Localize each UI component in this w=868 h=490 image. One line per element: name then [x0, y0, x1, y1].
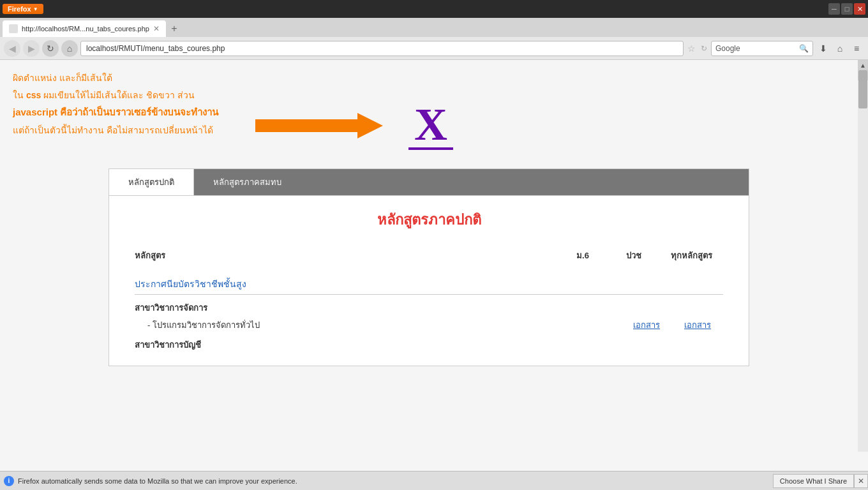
tab-normal-curriculum[interactable]: หลักสูตรปกติ	[109, 169, 194, 195]
sub-section-name-2: สาขาวิชาการบัญชี	[135, 338, 723, 352]
section-divider	[135, 294, 723, 295]
col-header-pvch: ปวช	[608, 249, 659, 262]
visual-block: X	[255, 70, 453, 168]
nav-bar: ◀ ▶ ↻ ⌂ localhost/RMUTI/menu_tabs_coures…	[0, 37, 868, 60]
x-symbol: X	[408, 101, 453, 147]
sub-item-row-1: - โปรแกรมวิชาการจัดการทั่วไป เอกสาร เอกส…	[135, 316, 723, 334]
home-button[interactable]: ⌂	[61, 40, 78, 57]
top-section: ผิดตำแหน่ง และก็มีเส้นใต้ ใน css ผมเขียน…	[0, 60, 858, 168]
address-url: localhost/RMUTI/menu_tabs_coures.php	[86, 44, 225, 53]
status-bar: i Firefox automatically sends some data …	[0, 471, 868, 490]
tab-favicon	[9, 24, 18, 33]
svg-marker-0	[255, 113, 383, 138]
orange-line-4: แต่ถ้าเป็นตัวนี้ไม่ทำงาน คือไม่สามารถเปล…	[13, 122, 255, 139]
page-content: ผิดตำแหน่ง และก็มีเส้นใต้ ใน css ผมเขียน…	[0, 60, 858, 452]
search-icon: 🔍	[799, 44, 809, 53]
reload-button[interactable]: ↻	[42, 40, 59, 57]
orange-line-3: javascript คือว่าถ้าเป็นบราวเซอร์ข้างบนจ…	[13, 103, 255, 122]
toolbar-more-button[interactable]: ≡	[849, 41, 864, 56]
reload-address-button[interactable]: ↻	[701, 44, 707, 53]
sub-section-accounting: สาขาวิชาการบัญชี	[135, 338, 723, 352]
toolbar-download-button[interactable]: ⬇	[816, 41, 831, 56]
firefox-dropdown-arrow: ▼	[33, 6, 38, 12]
minimize-button[interactable]: ─	[828, 3, 840, 15]
panel-title: หลักสูตรภาคปกติ	[135, 209, 723, 231]
sub-section-name-1: สาขาวิชาการจัดการ	[135, 301, 723, 315]
right-scrollbar[interactable]: ▲ ▼	[858, 60, 868, 452]
tab-filler	[301, 169, 749, 195]
col-header-m6: ม.6	[557, 249, 608, 262]
content-panel: หลักสูตรภาคปกติ หลักสูตร ม.6 ปวช ทุกหลัก…	[108, 196, 749, 366]
bookmark-star-button[interactable]: ☆	[687, 43, 696, 54]
arrow-svg	[255, 110, 383, 142]
tab-special-curriculum[interactable]: หลักสูตรภาคสมทบ	[194, 169, 301, 195]
page-inner: ผิดตำแหน่ง และก็มีเส้นใต้ ใน css ผมเขียน…	[0, 60, 858, 366]
toolbar-home-button[interactable]: ⌂	[832, 41, 848, 56]
maximize-button[interactable]: □	[841, 3, 853, 15]
close-button[interactable]: ✕	[854, 3, 865, 15]
bottom-bars: i Firefox automatically sends some data …	[0, 471, 868, 490]
browser-tab[interactable]: http://localhost/RM...nu_tabs_coures.php…	[3, 20, 166, 37]
full-page: Firefox ▼ ─ □ ✕ http://localhost/RM...nu…	[0, 0, 868, 490]
title-bar: Firefox ▼ ─ □ ✕	[0, 0, 868, 18]
toolbar-buttons: ⬇ ⌂ ≡	[816, 41, 864, 56]
tab-bar: http://localhost/RM...nu_tabs_coures.php…	[0, 18, 868, 37]
title-bar-controls: ─ □ ✕	[828, 3, 865, 15]
title-bar-left: Firefox ▼	[3, 4, 43, 14]
sub-section-management: สาขาวิชาการจัดการ - โปรแกรมวิชาการจัดการ…	[135, 301, 723, 334]
sub-item-link1[interactable]: เอกสาร	[621, 318, 672, 332]
tabs-nav: หลักสูตรปกติ หลักสูตรภาคสมทบ	[108, 168, 749, 196]
search-engine-label: Google	[715, 44, 740, 53]
scroll-thumb[interactable]	[858, 70, 867, 108]
arrow-shape	[255, 110, 383, 142]
status-info-icon: i	[4, 476, 14, 486]
back-button[interactable]: ◀	[4, 40, 20, 57]
tabs-container: หลักสูตรปกติ หลักสูตรภาคสมทบ	[108, 168, 749, 196]
section-title-link[interactable]: ประกาศนียบัตรวิชาชีพชั้นสูง	[135, 277, 723, 291]
orange-line-1: ผิดตำแหน่ง และก็มีเส้นใต้	[13, 70, 255, 87]
scroll-up-arrow[interactable]: ▲	[858, 60, 868, 70]
forward-button[interactable]: ▶	[23, 40, 40, 57]
tab-title: http://localhost/RM...nu_tabs_coures.php	[22, 25, 149, 33]
choose-what-share-button[interactable]: Choose What I Share	[773, 474, 854, 488]
new-tab-button[interactable]: +	[166, 20, 183, 37]
status-message: Firefox automatically sends some data to…	[18, 477, 773, 485]
x-logo-block: X	[408, 101, 453, 150]
curriculum-section: ประกาศนียบัตรวิชาชีพชั้นสูง สาขาวิชาการจ…	[135, 277, 723, 352]
table-header-row: หลักสูตร ม.6 ปวช ทุกหลักสูตร	[135, 244, 723, 267]
sub-item-name-1: - โปรแกรมวิชาการจัดการทั่วไป	[147, 318, 621, 332]
col-header-all: ทุกหลักสูตร	[659, 249, 723, 262]
orange-line-2: ใน css ผมเขียนให้ไม่มีเส้นใต้และ ชิดขวา …	[13, 87, 255, 104]
sub-item-link2[interactable]: เอกสาร	[672, 318, 723, 332]
firefox-menu-button[interactable]: Firefox ▼	[3, 4, 43, 14]
orange-text-block: ผิดตำแหน่ง และก็มีเส้นใต้ ใน css ผมเขียน…	[13, 70, 255, 138]
status-close-button[interactable]: ✕	[854, 474, 868, 488]
firefox-label: Firefox	[8, 5, 31, 13]
col-header-course: หลักสูตร	[135, 249, 557, 262]
tab-close-button[interactable]: ✕	[153, 24, 160, 33]
browser-chrome: Firefox ▼ ─ □ ✕ http://localhost/RM...nu…	[0, 0, 868, 60]
text-block: ผิดตำแหน่ง และก็มีเส้นใต้ ใน css ผมเขียน…	[13, 70, 255, 168]
search-bar[interactable]: Google 🔍	[711, 41, 813, 56]
address-bar[interactable]: localhost/RMUTI/menu_tabs_coures.php	[80, 41, 684, 56]
